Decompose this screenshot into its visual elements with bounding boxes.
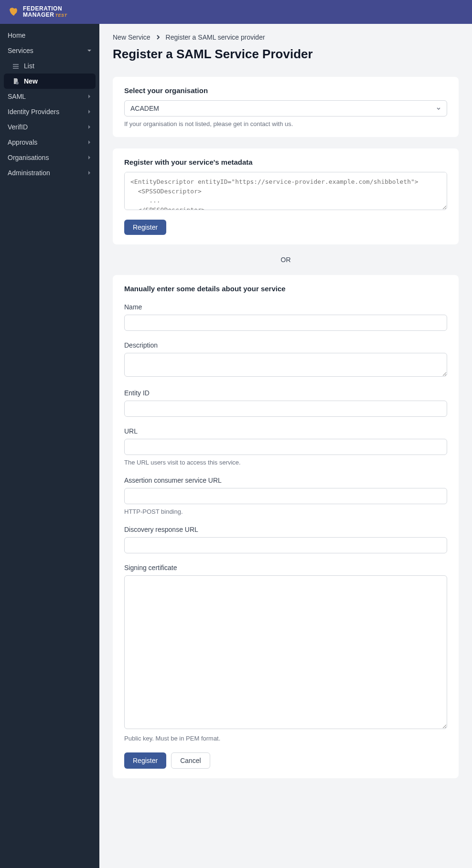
discovery-label: Discovery response URL [124,526,447,533]
sidebar-item-identity-providers[interactable]: Identity Providers [0,104,99,119]
url-help-text: The URL users visit to access this servi… [124,459,447,466]
chevron-right-icon [87,94,92,99]
entity-id-label: Entity ID [124,389,447,397]
cert-label: Signing certificate [124,564,447,572]
entity-id-input[interactable] [124,401,447,417]
org-card: Select your organisation If your organis… [113,77,459,137]
list-icon [12,63,19,69]
sidebar-item-administration[interactable]: Administration [0,165,99,180]
manual-section-title: Manually enter some details about your s… [124,285,447,293]
australia-logo-icon [8,6,19,18]
cert-textarea[interactable] [124,575,447,729]
sidebar: Home Services List New SAML Identity Pro… [0,24,99,868]
url-input[interactable] [124,439,447,455]
name-label: Name [124,303,447,311]
chevron-right-icon [156,34,160,40]
breadcrumb: New Service Register a SAML service prov… [113,33,459,41]
discovery-input[interactable] [124,537,447,553]
logo[interactable]: FEDERATION MANAGERTEST [8,6,67,18]
sidebar-item-approvals[interactable]: Approvals [0,135,99,150]
url-label: URL [124,427,447,435]
name-input[interactable] [124,315,447,331]
sidebar-item-saml[interactable]: SAML [0,89,99,104]
sidebar-item-verifid[interactable]: VerifID [0,119,99,135]
svg-rect-2 [13,68,19,69]
chevron-right-icon [87,170,92,175]
svg-rect-1 [13,66,19,67]
cert-help-text: Public key. Must be in PEM format. [124,735,447,742]
organisation-select[interactable] [124,100,447,116]
acs-help-text: HTTP-POST binding. [124,508,447,515]
svg-rect-0 [13,64,19,65]
svg-point-3 [16,82,19,85]
chevron-right-icon [87,140,92,145]
main-content: New Service Register a SAML service prov… [99,24,472,868]
sidebar-item-home[interactable]: Home [0,28,99,43]
sidebar-subitem-list[interactable]: List [0,58,99,74]
org-help-text: If your organisation is not listed, plea… [124,120,447,127]
logo-text: FEDERATION MANAGERTEST [23,6,67,18]
org-section-title: Select your organisation [124,86,447,95]
acs-input[interactable] [124,488,447,504]
cancel-button[interactable]: Cancel [171,752,210,769]
new-file-icon [12,78,19,85]
metadata-card: Register with your service's metadata Re… [113,148,459,244]
chevron-right-icon [87,125,92,129]
breadcrumb-item-register: Register a SAML service provider [166,33,265,41]
or-divider: OR [113,256,459,264]
page-title: Register a SAML Service Provider [113,47,459,62]
metadata-textarea[interactable] [124,172,447,210]
register-manual-button[interactable]: Register [124,752,166,769]
chevron-right-icon [87,109,92,114]
acs-label: Assertion consumer service URL [124,476,447,484]
chevron-right-icon [87,155,92,160]
sidebar-subitem-new[interactable]: New [4,74,96,89]
metadata-section-title: Register with your service's metadata [124,158,447,166]
description-textarea[interactable] [124,353,447,377]
header: FEDERATION MANAGERTEST [0,0,472,24]
description-label: Description [124,341,447,349]
sidebar-item-organisations[interactable]: Organisations [0,150,99,165]
register-metadata-button[interactable]: Register [124,220,166,235]
sidebar-item-services[interactable]: Services [0,43,99,58]
manual-card: Manually enter some details about your s… [113,275,459,778]
breadcrumb-item-new-service[interactable]: New Service [113,33,150,41]
chevron-down-icon [87,48,92,53]
